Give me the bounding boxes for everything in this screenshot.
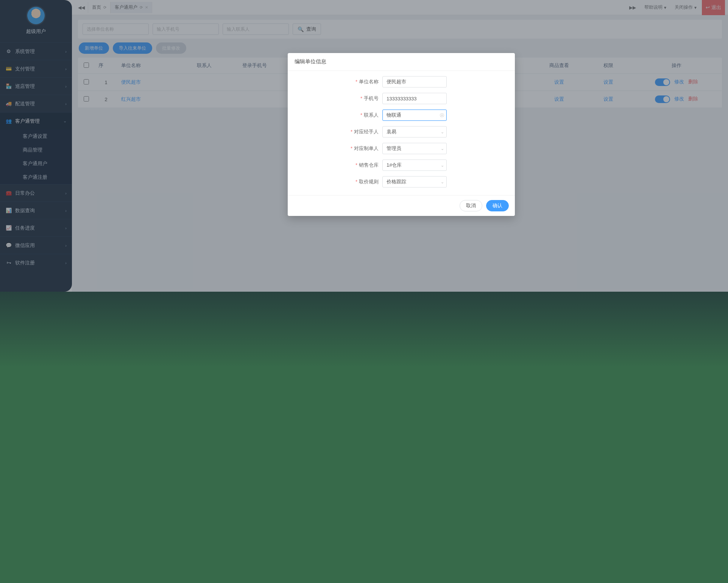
modal-title: 编辑单位信息 — [288, 53, 515, 71]
handler-value: 袁易 — [387, 128, 396, 135]
label-unit: 单位名称 — [359, 79, 379, 84]
warehouse-value: 1#仓库 — [387, 162, 402, 169]
clear-icon[interactable]: ⓧ — [440, 113, 444, 118]
contact-field[interactable]: ⓧ — [382, 109, 447, 121]
maker-value: 管理员 — [387, 145, 401, 152]
handler-select[interactable]: 袁易 ⌄ — [382, 126, 447, 138]
contact-value[interactable] — [387, 113, 437, 118]
edit-unit-modal: 编辑单位信息 *单位名称 *手机号 *联系人 ⓧ — [288, 53, 515, 216]
chevron-down-icon: ⌄ — [441, 163, 444, 168]
phone-value[interactable] — [387, 96, 437, 102]
unit-name-field[interactable] — [382, 76, 447, 88]
chevron-down-icon: ⌄ — [441, 130, 444, 134]
rule-select[interactable]: 价格跟踪 ⌄ — [382, 176, 447, 188]
label-maker: 对应制单人 — [354, 145, 379, 151]
label-handler: 对应经手人 — [354, 129, 379, 134]
label-warehouse: 销售仓库 — [359, 162, 379, 168]
confirm-button[interactable]: 确认 — [486, 200, 509, 211]
label-rule: 取价规则 — [359, 179, 379, 184]
warehouse-select[interactable]: 1#仓库 ⌄ — [382, 159, 447, 171]
rule-value: 价格跟踪 — [387, 178, 406, 185]
cancel-button[interactable]: 取消 — [460, 200, 482, 211]
label-phone: 手机号 — [364, 95, 379, 101]
chevron-down-icon: ⌄ — [441, 180, 444, 184]
phone-field[interactable] — [382, 93, 447, 104]
maker-select[interactable]: 管理员 ⌄ — [382, 143, 447, 154]
chevron-down-icon: ⌄ — [441, 146, 444, 151]
unit-name-value[interactable] — [387, 79, 437, 85]
reflection-bg — [0, 292, 728, 583]
label-contact: 联系人 — [364, 112, 379, 118]
